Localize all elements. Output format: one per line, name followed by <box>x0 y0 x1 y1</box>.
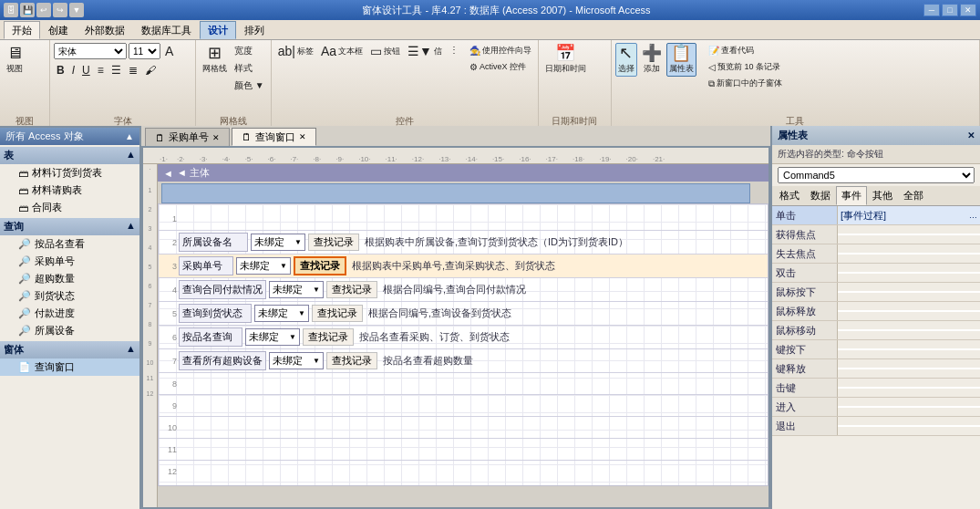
maximize-button[interactable]: □ <box>942 4 958 16</box>
align-right-button[interactable]: ≣ <box>126 62 140 78</box>
props-value-keyup[interactable] <box>838 368 980 369</box>
btn-find-delivery[interactable]: 查找记录 <box>312 305 363 322</box>
button-control-button[interactable]: ▭按钮 <box>367 43 403 60</box>
btn-find-device[interactable]: 查找记录 <box>308 234 359 251</box>
view-code-button[interactable]: 📝查看代码 <box>706 43 785 58</box>
nav-item-materials-request[interactable]: 🗃 材料请购表 <box>0 182 139 199</box>
grid-style-button[interactable]: 样式 <box>232 60 267 77</box>
props-value-click-btn[interactable]: … <box>969 211 977 220</box>
minimize-button[interactable]: ─ <box>923 4 940 16</box>
tab-arrange[interactable]: 排列 <box>236 21 273 39</box>
form-design-scroll[interactable]: ◄ ◄ 主体 1 2 所属设备名 <box>158 164 769 507</box>
props-value-click[interactable]: [事件过程] … <box>838 208 980 223</box>
nav-section-forms[interactable]: 窗体 ▲ <box>0 341 139 358</box>
font-size-select[interactable]: 11 <box>129 43 160 59</box>
props-value-mousemove[interactable] <box>838 329 980 331</box>
italic-button[interactable]: I <box>69 62 77 78</box>
tab-design[interactable]: 设计 <box>200 21 236 39</box>
font-color-button[interactable]: A <box>162 43 178 60</box>
doc-tab-query-close[interactable]: ✕ <box>299 132 306 141</box>
nav-item-contracts[interactable]: 🗃 合同表 <box>0 199 139 216</box>
nav-item-device[interactable]: 🔎 所属设备 <box>0 322 139 339</box>
props-value-dblclick[interactable] <box>838 272 980 274</box>
nav-item-delivery-status[interactable]: 🔎 到货状态 <box>0 287 139 305</box>
subform-label: 新窗口中的子窗体 <box>717 78 782 89</box>
nav-item-over-purchase[interactable]: 🔎 超购数量 <box>0 270 139 287</box>
combo-control-button[interactable]: ☰▼信 <box>405 43 445 60</box>
align-left-button[interactable]: ≡ <box>95 62 107 78</box>
btn-find-over[interactable]: 查找记录 <box>326 352 377 369</box>
props-value-keydown[interactable] <box>838 348 980 350</box>
datetime-button[interactable]: 📅 日期和时间 <box>542 43 589 77</box>
ruler-tick: ·20· <box>619 155 645 163</box>
label-device-name: 所属设备名 <box>179 233 248 252</box>
grid-color-button[interactable]: 颜色 ▼ <box>232 78 267 94</box>
props-tab-all[interactable]: 全部 <box>898 186 929 205</box>
props-value-mousedown[interactable] <box>838 291 980 293</box>
btn-find-contract[interactable]: 查找记录 <box>326 281 377 298</box>
props-value-focus[interactable] <box>838 234 980 235</box>
close-button[interactable]: ✕ <box>960 4 976 16</box>
nav-item-query-window[interactable]: 📄 查询窗口 <box>0 358 139 376</box>
activex-button[interactable]: ⚙ActiveX 控件 <box>467 59 534 75</box>
textbox-control-button[interactable]: Aa文本框 <box>318 43 366 60</box>
bold-button[interactable]: B <box>54 62 67 78</box>
props-tab-events[interactable]: 事件 <box>836 186 867 205</box>
property-sheet-button[interactable]: 📋 属性表 <box>666 43 696 77</box>
quick-access-redo[interactable]: ↪ <box>53 3 67 17</box>
tab-create[interactable]: 创建 <box>40 21 77 39</box>
quick-access-dropdown[interactable]: ▼ <box>69 3 84 17</box>
grid-width-button[interactable]: 宽度 <box>232 43 267 59</box>
section-header[interactable]: ◄ ◄ 主体 <box>158 164 769 182</box>
label-control-button[interactable]: ab|标签 <box>275 43 316 60</box>
props-tab-format[interactable]: 格式 <box>774 186 805 205</box>
props-value-enter[interactable] <box>838 406 980 408</box>
nav-item-by-name[interactable]: 🔎 按品名查看 <box>0 235 139 253</box>
quick-access-save[interactable]: 💾 <box>20 3 35 17</box>
table-icon-1: 🗃 <box>18 168 28 179</box>
format-painter-button[interactable]: 🖌 <box>142 62 159 78</box>
select-button[interactable]: ↖ 选择 <box>615 43 637 77</box>
props-value-exit[interactable] <box>838 425 980 427</box>
nav-item-delivery-status-label: 到货状态 <box>35 289 75 303</box>
combo-by-name[interactable]: 未绑定 ▼ <box>245 328 300 346</box>
props-value-keypress[interactable] <box>838 387 980 389</box>
props-name-select[interactable]: Command5 <box>778 167 975 183</box>
props-tab-other[interactable]: 其他 <box>867 186 898 205</box>
tab-db-tools[interactable]: 数据库工具 <box>133 21 200 39</box>
btn-find-purchase[interactable]: 查找记录 <box>294 256 346 275</box>
quick-access-undo[interactable]: ↩ <box>36 3 51 17</box>
view-button[interactable]: 🖥 视图 <box>4 43 26 77</box>
nav-item-payment[interactable]: 🔎 付款进度 <box>0 305 139 322</box>
combo-device-name[interactable]: 未绑定 ▼ <box>251 234 305 251</box>
props-close-button[interactable]: ✕ <box>967 130 975 140</box>
form-header-bar[interactable] <box>161 183 750 203</box>
prev-records-button[interactable]: ◁预览前 10 条记录 <box>706 59 785 75</box>
combo-over-purchase[interactable]: 未绑定 ▼ <box>269 352 324 369</box>
combo-contract-payment[interactable]: 未绑定 ▼ <box>269 281 324 298</box>
nav-section-queries[interactable]: 查询 ▲ <box>0 218 139 235</box>
combo-purchase-order[interactable]: 未绑定 ▼ <box>236 257 291 275</box>
add-fields-button[interactable]: ➕ 添加 <box>639 43 665 77</box>
doc-tab-query[interactable]: 🗒 查询窗口 ✕ <box>232 128 316 146</box>
props-tab-data[interactable]: 数据 <box>805 186 836 205</box>
tab-start[interactable]: 开始 <box>4 21 40 39</box>
doc-tab-purchase[interactable]: 🗒 采购单号 ✕ <box>145 128 230 146</box>
combo-delivery[interactable]: 未绑定 ▼ <box>254 305 309 322</box>
btn-find-by-name[interactable]: 查找记录 <box>303 328 354 346</box>
subform-button[interactable]: ⧉新窗口中的子窗体 <box>706 76 785 91</box>
props-value-blur[interactable] <box>838 253 980 254</box>
underline-button[interactable]: U <box>79 62 93 78</box>
nav-section-tables[interactable]: 表 ▲ <box>0 147 139 164</box>
font-family-select[interactable]: 宋体 <box>54 43 127 59</box>
doc-tab-purchase-close[interactable]: ✕ <box>212 133 220 142</box>
align-center-button[interactable]: ☰ <box>108 62 124 78</box>
nav-item-purchase-order[interactable]: 🔎 采购单号 <box>0 253 139 270</box>
props-value-mouseup[interactable] <box>838 310 980 312</box>
tab-external-data[interactable]: 外部数据 <box>77 21 133 39</box>
gridlines-button[interactable]: ⊞ 网格线 <box>200 43 230 77</box>
use-control-wizards-button[interactable]: 🧙使用控件向导 <box>467 43 534 58</box>
nav-collapse-button[interactable]: ▲ <box>125 131 134 141</box>
more-controls-button[interactable]: ⋮ <box>447 43 461 57</box>
nav-item-materials-delivery[interactable]: 🗃 材料订货到货表 <box>0 164 139 182</box>
